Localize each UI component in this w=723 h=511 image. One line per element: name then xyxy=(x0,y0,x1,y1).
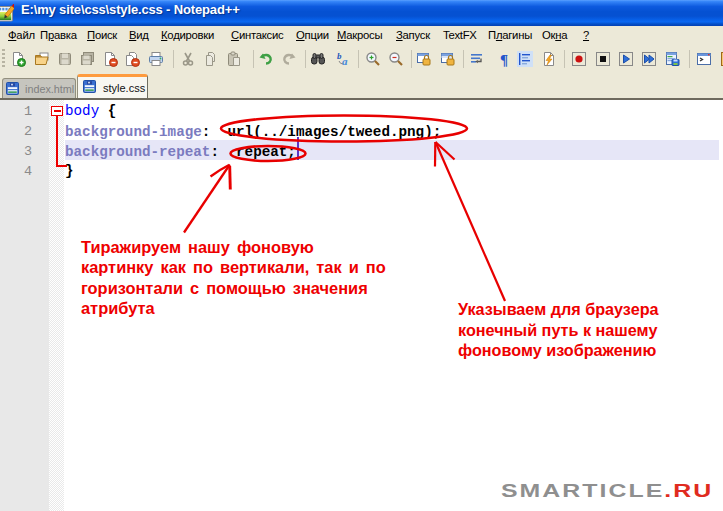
svg-text:¶: ¶ xyxy=(500,52,508,68)
svg-text:a: a xyxy=(342,55,348,67)
